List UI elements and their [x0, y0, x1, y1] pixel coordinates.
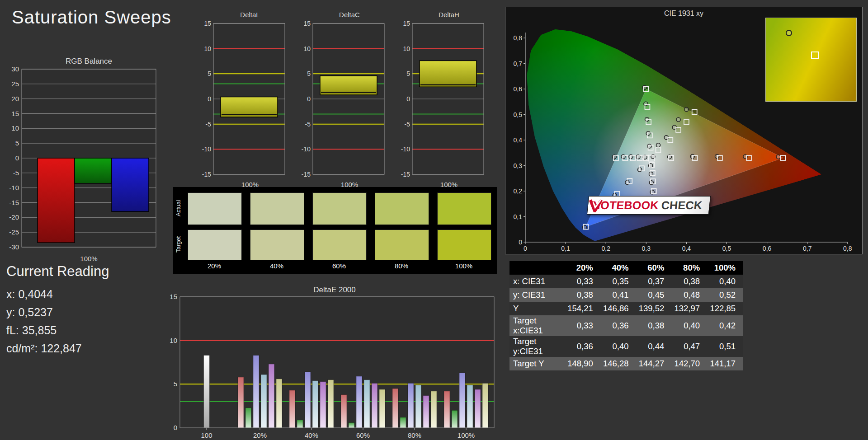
table-value-cell: 139,52	[636, 302, 672, 315]
y-tick-label: -15	[202, 171, 211, 178]
deltae-bar-cyan	[312, 381, 318, 428]
swatch-column-label: 60%	[312, 262, 366, 270]
deltae-bar-yellow	[328, 380, 334, 428]
table-label-cell: Target x:CIE31	[509, 315, 565, 336]
deltae-bar-yellow	[379, 389, 385, 428]
x-tick-label: 60%	[356, 431, 370, 439]
y-tick-label: 0,7	[514, 60, 523, 67]
y-tick-label: 0	[15, 154, 19, 162]
deltae-bar-red	[444, 391, 450, 428]
table-header-cell: 60%	[636, 261, 672, 275]
measured-point-cyan	[621, 154, 625, 159]
deltae-bar-cyan	[364, 380, 370, 428]
y-tick-label: -10	[9, 184, 19, 192]
deltae-bar-cyan	[261, 374, 267, 428]
y-tick-label: -5	[405, 121, 410, 128]
table-label-cell: Y	[509, 302, 565, 315]
swatch-target-60%	[312, 229, 367, 260]
swatch-comparison-panel: ActualTarget20%40%60%80%100%	[173, 187, 497, 274]
table-value-cell: 144,27	[636, 357, 672, 370]
logo-check-icon	[587, 199, 603, 212]
table-value-cell: 0,40	[600, 336, 636, 357]
swatch-actual-20%	[188, 192, 242, 225]
swatch-target-100%	[437, 229, 491, 260]
y-tick-label: 0	[208, 95, 211, 103]
table-value-cell: 0,41	[600, 288, 636, 302]
delta-l-title: DeltaL	[212, 11, 288, 19]
table-value-cell: 122,85	[707, 302, 743, 315]
deltae-2000-title: DeltaE 2000	[168, 286, 501, 295]
x-tick-label: 100	[201, 431, 212, 439]
deltae-bar-magenta	[372, 383, 377, 428]
table-value-cell: 0,35	[600, 275, 636, 288]
bar-red	[38, 158, 75, 243]
x-tick-label: 0,2	[601, 245, 610, 252]
y-tick-label: -15	[302, 171, 311, 178]
deltae-bar-magenta	[423, 395, 429, 428]
measured-point-yellow	[684, 108, 689, 112]
logo-text-dark: CHECK	[660, 199, 703, 212]
swatch-target-80%	[375, 229, 429, 260]
delta-c-chart: -15-10-5051015	[300, 21, 387, 179]
swatch-column-label: 80%	[375, 262, 428, 270]
y-tick-label: 5	[174, 380, 177, 388]
deltae-bar-green	[245, 408, 251, 428]
results-table: 20%40%60%80%100%x: CIE310,330,350,370,38…	[509, 261, 743, 370]
rgb-balance-panel: RGB Balance -30-25-20-15-10-505101520253…	[4, 57, 163, 271]
current-reading-line-2: fL: 35,855	[6, 321, 156, 339]
table-header-cell: 20%	[565, 261, 600, 275]
table-value-cell: 0,33	[565, 315, 600, 336]
saturation-sweeps-report: { "title": "Saturation Sweeps", "current…	[0, 0, 868, 440]
deltae-bar-red	[392, 389, 398, 428]
y-tick-label: -15	[401, 171, 410, 178]
deltae-2000-chart: 05101510020%40%60%80%100%	[163, 295, 501, 440]
deltae-bar-green	[452, 410, 458, 428]
y-tick-label: 0,6	[514, 85, 523, 93]
table-value-cell: 0,38	[671, 275, 707, 288]
swatch-column-label: 100%	[437, 262, 491, 270]
x-tick-label: 20%	[253, 431, 267, 439]
table-value-cell: 146,86	[600, 302, 636, 315]
measured-point-green	[644, 102, 648, 106]
x-tick-label: 40%	[305, 431, 318, 439]
x-tick-label: 0	[524, 245, 527, 252]
y-tick-label: -5	[305, 121, 311, 128]
deltae-bar-magenta	[475, 389, 481, 428]
table-value-cell: 0,44	[636, 336, 672, 357]
deltae-bar-red	[238, 377, 244, 428]
y-tick-label: -20	[9, 213, 19, 221]
table-value-cell: 0,48	[671, 288, 707, 302]
notebookcheck-logo: NOTEBOOKCHECK	[587, 196, 711, 215]
table-header-cell: 40%	[600, 261, 636, 275]
y-tick-label: -10	[401, 145, 410, 153]
swatch-target-40%	[250, 229, 304, 260]
y-tick-label: 15	[403, 21, 410, 27]
y-tick-label: 0,4	[514, 136, 523, 144]
delta-c-panel: DeltaC -15-10-5051015 100%	[300, 11, 387, 192]
table-value-cell: 0,38	[636, 315, 672, 336]
table-value-cell: 0,38	[565, 288, 600, 302]
deltae-bar-cyan	[415, 385, 421, 428]
y-tick-label: 15	[204, 21, 211, 27]
table-value-cell: 146,28	[600, 357, 636, 370]
table-header-cell	[509, 261, 565, 275]
swatch-row-label-target: Target	[175, 231, 182, 257]
measured-point-yellow	[676, 117, 680, 122]
deltae-bar-blue	[253, 356, 259, 428]
page-title: Saturation Sweeps	[12, 7, 171, 28]
table-row-4: Target y:CIE310,360,400,440,470,51	[509, 336, 743, 357]
swatch-actual-40%	[250, 192, 304, 225]
table-label-cell: Target Y	[509, 357, 565, 370]
table-label-cell: Target y:CIE31	[509, 336, 565, 357]
y-tick-label: 0,8	[514, 34, 523, 42]
table-value-cell: 0,33	[565, 275, 600, 288]
table-row-3: Target x:CIE310,330,360,380,400,42	[509, 315, 743, 336]
table-value-cell: 0,52	[707, 288, 743, 302]
x-tick-label: 0,1	[561, 245, 570, 252]
rgb-balance-chart: -30-25-20-15-10-5051015202530	[4, 67, 160, 253]
deltae-bar-magenta	[320, 382, 326, 428]
table-value-cell: 0,45	[636, 288, 672, 302]
delta-l-chart: -15-10-5051015	[201, 21, 288, 179]
y-tick-label: 10	[403, 45, 410, 52]
delta-c-title: DeltaC	[312, 11, 387, 19]
